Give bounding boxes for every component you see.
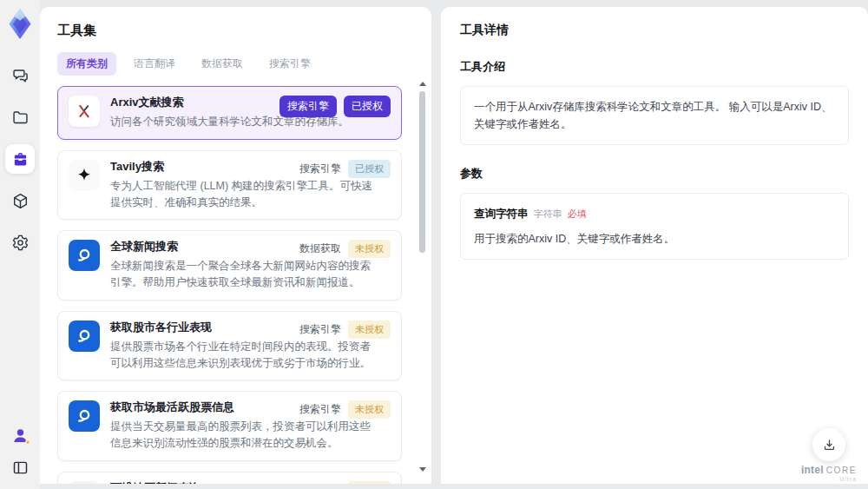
tool-badges: 搜索引擎 已授权: [279, 96, 391, 117]
folder-icon[interactable]: [10, 108, 30, 127]
category-badge: 搜索引擎: [279, 96, 337, 117]
category-label: 搜索引擎: [299, 322, 341, 337]
intel-core-logo: intel CORE: [801, 465, 857, 475]
intro-heading: 工具介绍: [460, 59, 849, 75]
category-label: 搜索引擎: [299, 483, 341, 484]
global-news-icon: [69, 320, 100, 352]
scroll-down-arrow[interactable]: [419, 467, 426, 472]
sidebar-nav: [5, 66, 35, 252]
tools-panel-title: 工具集: [57, 23, 414, 39]
download-icon: [822, 438, 837, 453]
status-badge: 已授权: [348, 160, 391, 178]
tool-card-body: 万维地区新闻查询 查询具体行政区划内的新闻，快速了解各地新闻动 搜索引擎 未授权: [110, 481, 391, 484]
tab-language-translation[interactable]: 语言翻译: [125, 52, 184, 76]
details-panel-title: 工具详情: [460, 23, 849, 38]
tool-badges: 搜索引擎 未授权: [299, 320, 391, 339]
parameter-required-label: 必填: [568, 207, 587, 222]
list-scrollbar: [418, 82, 427, 472]
tool-badges: 数据获取 未授权: [299, 240, 391, 258]
tool-list: Arxiv文献搜索 访问各个研究领域大量科学论文和文章的存储库。 搜索引擎 已授…: [57, 86, 414, 484]
panel-toggle-icon[interactable]: [10, 458, 30, 477]
tool-card-most-active-stocks[interactable]: 获取市场最活跃股票信息 提供当天交易量最高的股票列表，投资者可以利用这些信息来识…: [57, 391, 402, 461]
tool-card-sector-performance[interactable]: 获取股市各行业表现 提供股票市场各个行业在特定时间段内的表现。投资者可以利用这些…: [57, 311, 402, 381]
tool-card-tavily[interactable]: Tavily搜索 专为人工智能代理 (LLM) 构建的搜索引擎工具。可快速提供实…: [57, 150, 402, 221]
tool-description: 专为人工智能代理 (LLM) 构建的搜索引擎工具。可快速提供实时、准确和真实的结…: [110, 178, 391, 211]
global-news-icon: [69, 400, 100, 432]
tool-card-global-news[interactable]: 全球新闻搜索 全球新闻搜索是一个聚合全球各大新闻网站内容的搜索引擎。帮助用户快速…: [57, 230, 402, 301]
tool-badges: 搜索引擎 未授权: [299, 481, 391, 484]
tavily-icon: [69, 160, 100, 191]
tool-card-body: 全球新闻搜索 全球新闻搜索是一个聚合全球各大新闻网站内容的搜索引擎。帮助用户快速…: [110, 240, 391, 291]
tool-badges: 搜索引擎 已授权: [299, 160, 391, 178]
tool-description: 提供当天交易量最高的股票列表，投资者可以利用这些信息来识别流动性强的股票和潜在的…: [110, 419, 391, 452]
regional-news-icon: [69, 481, 100, 484]
parameter-type: 字符串: [534, 207, 562, 222]
parameter-description: 用于搜索的Arxiv ID、关键字或作者姓名。: [474, 230, 835, 248]
brand-ultra: Ultra: [839, 476, 857, 482]
status-badge: 未授权: [348, 481, 391, 484]
sidebar-bottom: [10, 426, 30, 477]
user-avatar-icon[interactable]: [10, 426, 30, 445]
intro-text: 一个用于从Arxiv存储库搜索科学论文和文章的工具。 输入可以是Arxiv ID…: [474, 101, 832, 130]
app-logo-icon: [7, 9, 33, 36]
icon-sidebar: [0, 0, 40, 489]
package-icon[interactable]: [10, 191, 30, 210]
tool-description: 全球新闻搜索是一个聚合全球各大新闻网站内容的搜索引擎。帮助用户快速获取全球最新资…: [110, 258, 391, 291]
tool-card-arxiv[interactable]: Arxiv文献搜索 访问各个研究领域大量科学论文和文章的存储库。 搜索引擎 已授…: [57, 86, 402, 140]
tool-card-body: Tavily搜索 专为人工智能代理 (LLM) 构建的搜索引擎工具。可快速提供实…: [110, 160, 391, 211]
scrollbar-thumb[interactable]: [419, 91, 425, 253]
arxiv-icon: [69, 96, 100, 127]
parameter-name: 查询字符串: [474, 205, 529, 222]
status-badge: 未授权: [348, 400, 391, 419]
download-button[interactable]: [812, 428, 845, 461]
status-badge: 未授权: [348, 320, 391, 339]
tool-card-body: 获取股市各行业表现 提供股票市场各个行业在特定时间段内的表现。投资者可以利用这些…: [110, 320, 391, 372]
toolbox-icon-active[interactable]: [5, 144, 35, 174]
global-news-icon: [69, 240, 100, 271]
brand-core: CORE: [826, 466, 857, 475]
category-label: 数据获取: [299, 241, 341, 256]
details-panel: 工具详情 工具介绍 一个用于从Arxiv存储库搜索科学论文和文章的工具。 输入可…: [441, 7, 868, 484]
tab-search-engine[interactable]: 搜索引擎: [260, 52, 319, 76]
tools-panel: 工具集 所有类别 语言翻译 数据获取 搜索引擎: [40, 7, 431, 484]
content-area: 工具集 所有类别 语言翻译 数据获取 搜索引擎: [40, 0, 868, 489]
brand-intel: intel: [801, 465, 824, 475]
status-badge: 已授权: [344, 96, 391, 117]
parameter-header: 查询字符串 字符串 必填: [474, 205, 835, 222]
app-window: 工具集 所有类别 语言翻译 数据获取 搜索引擎: [0, 0, 868, 489]
tool-description: 提供股票市场各个行业在特定时间段内的表现。投资者可以利用这些信息来识别表现优于或…: [110, 339, 391, 372]
category-tabs: 所有类别 语言翻译 数据获取 搜索引擎: [57, 52, 414, 76]
tool-card-regional-news[interactable]: 万维地区新闻查询 查询具体行政区划内的新闻，快速了解各地新闻动 搜索引擎 未授权: [57, 472, 402, 484]
params-heading: 参数: [460, 166, 849, 182]
parameter-box: 查询字符串 字符串 必填 用于搜索的Arxiv ID、关键字或作者姓名。: [460, 193, 849, 260]
scroll-up-arrow[interactable]: [419, 82, 426, 86]
category-label: 搜索引擎: [299, 402, 341, 417]
tab-data-acquisition[interactable]: 数据获取: [193, 52, 252, 76]
status-badge: 未授权: [348, 240, 391, 258]
tool-card-body: 获取市场最活跃股票信息 提供当天交易量最高的股票列表，投资者可以利用这些信息来识…: [110, 400, 391, 452]
category-label: 搜索引擎: [299, 162, 341, 176]
intro-box: 一个用于从Arxiv存储库搜索科学论文和文章的工具。 输入可以是Arxiv ID…: [460, 86, 849, 145]
tool-card-body: Arxiv文献搜索 访问各个研究领域大量科学论文和文章的存储库。 搜索引擎 已授…: [110, 96, 391, 130]
tab-all-categories[interactable]: 所有类别: [57, 52, 116, 76]
tool-badges: 搜索引擎 未授权: [299, 400, 391, 419]
floating-corner: intel CORE Ultra: [801, 428, 857, 482]
chat-icon[interactable]: [10, 66, 30, 85]
user-status-dot: [25, 439, 30, 445]
settings-gear-icon[interactable]: [10, 233, 30, 252]
